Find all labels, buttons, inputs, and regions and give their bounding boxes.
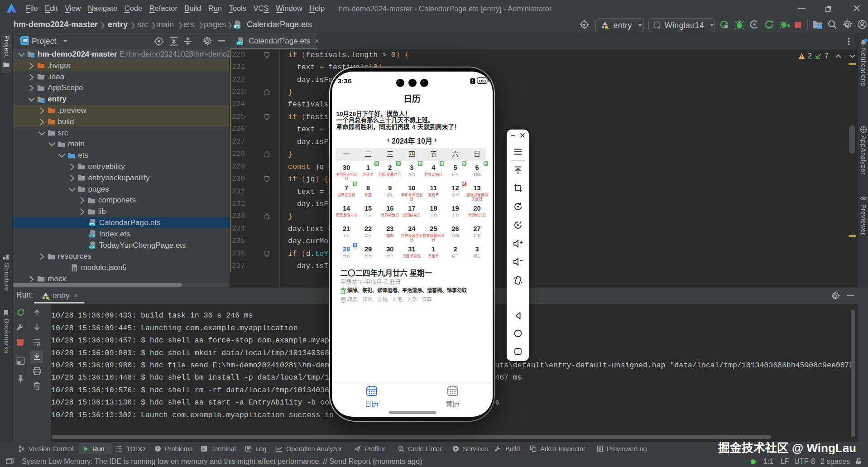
svg-text:100: 100 — [478, 78, 485, 83]
svg-text:ETS: ETS — [89, 223, 95, 226]
svg-text:ETS: ETS — [237, 42, 243, 45]
svg-text:{}: {} — [73, 266, 77, 271]
svg-text:ETS: ETS — [234, 25, 240, 28]
svg-text:ETS: ETS — [89, 246, 95, 248]
svg-text:ETS: ETS — [89, 235, 95, 237]
